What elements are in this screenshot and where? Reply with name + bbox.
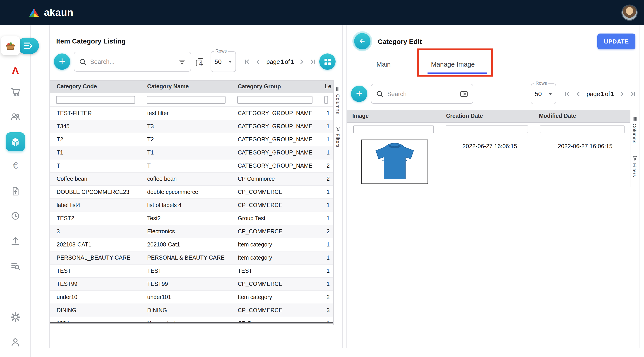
- table-row[interactable]: DININGDININGCP_COMMERCE3: [50, 303, 333, 317]
- rows-value: 50: [535, 90, 542, 97]
- table-row[interactable]: TEST2Test2Group Test1: [50, 212, 333, 225]
- tab-main[interactable]: Main: [368, 57, 400, 77]
- table-row[interactable]: DOUBLE CPCOMMERCE23double cpcommerceCP_C…: [50, 185, 333, 198]
- columns-icon: [632, 116, 638, 121]
- sidebar-item-inventory[interactable]: [6, 132, 25, 151]
- cell-code: 1234: [50, 317, 140, 323]
- table-row[interactable]: TTCATEGORY_GROUP_NAME2: [50, 159, 333, 172]
- filters-toggle[interactable]: Filters: [632, 155, 638, 177]
- filter-input-category-code[interactable]: [56, 96, 135, 104]
- last-page-button[interactable]: [629, 90, 636, 97]
- table-row[interactable]: TEST-FILTERtest filterCATEGORY_GROUP_NAM…: [50, 107, 333, 120]
- column-header-category-code[interactable]: Category Code: [50, 81, 140, 93]
- category-image[interactable]: [362, 139, 428, 184]
- table-row[interactable]: 3ElectronicsCP_COMMERCE2: [50, 225, 333, 238]
- search-box[interactable]: [74, 52, 191, 72]
- page-indicator: page1of1: [266, 58, 294, 65]
- previous-page-button[interactable]: [255, 58, 262, 65]
- category-table-body: TEST-FILTERtest filterCATEGORY_GROUP_NAM…: [50, 107, 333, 323]
- rows-per-page-select[interactable]: Rows 50: [530, 83, 556, 104]
- currency-euro-icon[interactable]: €: [10, 161, 20, 171]
- add-image-button[interactable]: +: [351, 86, 367, 102]
- first-page-button[interactable]: [244, 58, 251, 65]
- last-page-button[interactable]: [309, 58, 316, 65]
- first-page-button[interactable]: [564, 90, 571, 97]
- table-row[interactable]: TEST99TEST99CP_COMMERCE1: [50, 277, 333, 290]
- columns-toggle[interactable]: Columns: [335, 87, 341, 114]
- duplicate-icon[interactable]: 2: [194, 57, 204, 66]
- rows-value: 50: [214, 58, 222, 65]
- table-row[interactable]: Coffee beancoffee beanCP Commorce2: [50, 172, 333, 185]
- table-row[interactable]: 2022-06-27 16:06:15 2022-06-27 16:06:15: [347, 136, 630, 187]
- cell-code: 3: [50, 225, 140, 238]
- previous-page-button[interactable]: [575, 90, 582, 97]
- image-search-input[interactable]: [387, 90, 456, 97]
- filter-icon[interactable]: [178, 58, 186, 66]
- back-button[interactable]: [354, 33, 370, 49]
- grid-view-button[interactable]: [319, 54, 336, 70]
- column-header-level[interactable]: Le: [318, 81, 333, 93]
- filter-input-category-name[interactable]: [147, 96, 226, 104]
- pdf-icon[interactable]: [10, 65, 20, 75]
- cell-creation-date: 2022-06-27 16:06:15: [439, 136, 534, 187]
- document-upload-icon[interactable]: [10, 186, 20, 196]
- cell-name: T1: [140, 146, 231, 159]
- table-row[interactable]: T345T3CATEGORY_GROUP_NAME1: [50, 120, 333, 133]
- cell-code: DINING: [50, 303, 140, 317]
- tab-manage-image[interactable]: Manage Image: [428, 57, 478, 77]
- rows-label: Rows: [534, 81, 548, 86]
- cell-group: CP_COMMERCE: [231, 303, 318, 317]
- plus-icon: +: [59, 56, 65, 67]
- search-input[interactable]: [90, 58, 174, 65]
- columns-toggle[interactable]: Columns: [632, 116, 638, 143]
- cart-icon[interactable]: [10, 87, 20, 97]
- cell-code: DOUBLE CPCOMMERCE23: [50, 185, 140, 198]
- table-row[interactable]: PERSONAL_BEAUTY CAREPERSONAL & BEAUTY CA…: [50, 251, 333, 264]
- table-row[interactable]: 1234New arrivalsCP Commorce1: [50, 317, 333, 323]
- update-button[interactable]: UPDATE: [597, 33, 636, 49]
- view-options-icon[interactable]: [460, 90, 468, 98]
- image-search-box[interactable]: [371, 84, 473, 104]
- users-icon[interactable]: [10, 111, 20, 121]
- filter-input-category-group[interactable]: [237, 96, 312, 104]
- next-page-button[interactable]: [298, 58, 305, 65]
- cell-code: Coffee bean: [50, 172, 140, 185]
- user-avatar[interactable]: [622, 6, 637, 20]
- filter-input-image[interactable]: [353, 126, 434, 133]
- column-header-category-name[interactable]: Category Name: [140, 81, 231, 93]
- add-category-button[interactable]: +: [54, 54, 70, 70]
- collapse-menu-icon[interactable]: [17, 38, 39, 54]
- cell-code: TEST-FILTER: [50, 107, 140, 120]
- image-toolbar: + Rows 50: [347, 77, 639, 110]
- column-header-creation-date[interactable]: Creation Date: [439, 110, 534, 122]
- table-side-rail: Columns Filters: [333, 80, 342, 325]
- history-icon[interactable]: [10, 211, 20, 221]
- cell-level: 1: [318, 185, 333, 198]
- cell-level: 1: [318, 198, 333, 212]
- filters-toggle[interactable]: Filters: [335, 126, 341, 147]
- column-header-image[interactable]: Image: [347, 110, 439, 122]
- rows-per-page-select[interactable]: Rows 50: [210, 51, 236, 72]
- search-list-icon[interactable]: [10, 261, 20, 271]
- table-row[interactable]: T2T2CATEGORY_GROUP_NAME1: [50, 133, 333, 146]
- search-icon: [79, 58, 86, 66]
- cell-code: TEST2: [50, 212, 140, 225]
- upload-icon[interactable]: [10, 236, 20, 246]
- settings-gear-icon[interactable]: [10, 312, 20, 322]
- table-row[interactable]: under10under101Item category2: [50, 290, 333, 303]
- table-row[interactable]: 202108-CAT1202108-Cat1Item category1: [50, 238, 333, 251]
- column-header-category-group[interactable]: Category Group: [231, 81, 318, 93]
- profile-icon[interactable]: [10, 337, 20, 347]
- column-header-modified-date[interactable]: Modified Date: [534, 110, 630, 122]
- filter-input-modified-date[interactable]: [540, 126, 624, 133]
- table-row[interactable]: TESTTESTTEST1: [50, 264, 333, 277]
- table-row[interactable]: label list4list of labels 4CP_COMMERCE1: [50, 198, 333, 212]
- filter-input-level[interactable]: [324, 96, 328, 104]
- chevron-down-icon: [228, 61, 232, 63]
- table-row[interactable]: T1T1CATEGORY_GROUP_NAME1: [50, 146, 333, 159]
- brand-logo[interactable]: akaun: [28, 7, 73, 19]
- filter-input-creation-date[interactable]: [446, 126, 528, 133]
- next-page-button[interactable]: [618, 90, 625, 97]
- cell-group: CP_COMMERCE: [231, 277, 318, 290]
- sidebar-expander[interactable]: [0, 36, 41, 56]
